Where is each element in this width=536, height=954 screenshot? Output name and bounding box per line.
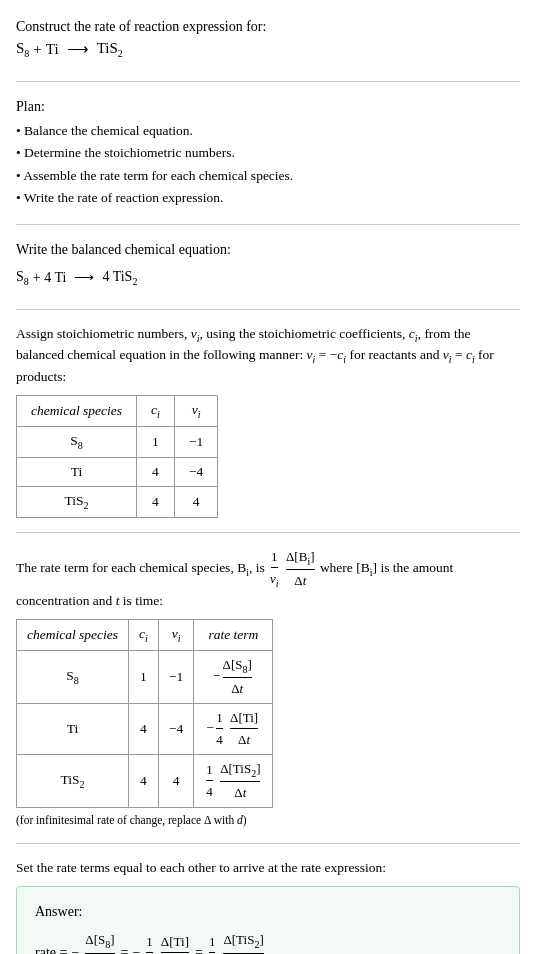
rate-eq-sign2: = <box>195 942 203 954</box>
rt-rate-tis2: 1 4 Δ[TiS2] Δt <box>194 754 273 807</box>
product1-sub: 2 <box>118 48 123 59</box>
frac-tis2-den: Δt <box>234 782 246 803</box>
rate-minus1: − <box>71 942 79 954</box>
rt-species-ti: Ti <box>17 703 129 754</box>
bal-arrow: ⟶ <box>74 267 94 288</box>
balanced-equation: S8 + 4 Ti ⟶ 4 TiS2 <box>16 266 520 289</box>
rate-term-section: The rate term for each chemical species,… <box>16 547 520 844</box>
frac-rate-ti: Δ[Ti] Δt <box>161 932 189 955</box>
bal-product-sub: 2 <box>132 276 137 287</box>
bal-reactant1: S8 <box>16 266 29 289</box>
rate-expression-section: Set the rate terms equal to each other t… <box>16 858 520 954</box>
reactant2: Ti <box>46 38 59 61</box>
fraction-2: Δ[Bi] Δt <box>286 547 315 591</box>
fraction-1: 1 νi <box>270 547 279 591</box>
frac-ti-den: Δt <box>238 729 250 750</box>
product1: TiS2 <box>97 37 123 61</box>
plan-label: Plan: <box>16 96 520 117</box>
frac-rate-tis2: Δ[TiS2] Δt <box>223 930 263 954</box>
rate-term-table: chemical species ci νi rate term S8 1 −1… <box>16 619 273 808</box>
rate-term-intro: The rate term for each chemical species,… <box>16 547 520 611</box>
set-equal-text: Set the rate terms equal to each other t… <box>16 858 520 878</box>
stoich-col-ci: ci <box>137 396 175 427</box>
species-tis2: TiS2 <box>17 487 137 518</box>
frac-tis2-coeff-num: 1 <box>206 760 213 782</box>
rt-col-ci: ci <box>129 620 159 651</box>
species-ti: Ti <box>17 457 137 486</box>
frac-s8-num: Δ[S8] <box>223 655 252 679</box>
infinitesimal-note: (for infinitesimal rate of change, repla… <box>16 812 520 829</box>
frac-tis2: Δ[TiS2] Δt <box>220 759 260 803</box>
plan-item-4: • Write the rate of reaction expression. <box>16 188 520 208</box>
fraction-num: 1 <box>271 547 278 569</box>
frac-rate-tis2-coeff: 1 4 <box>209 932 216 955</box>
stoich-col-vi: νi <box>174 396 217 427</box>
vi-tis2: 4 <box>174 487 217 518</box>
frac-rate-tis2-num: Δ[TiS2] <box>223 930 263 954</box>
arrow: ⟶ <box>67 38 89 61</box>
stoich-intro: Assign stoichiometric numbers, νi, using… <box>16 324 520 388</box>
frac-ti-coeff: 1 4 <box>216 708 223 750</box>
balanced-label: Write the balanced chemical equation: <box>16 239 520 260</box>
plan-item-3: • Assemble the rate term for each chemic… <box>16 166 520 186</box>
stoich-col-species: chemical species <box>17 396 137 427</box>
rt-col-species: chemical species <box>17 620 129 651</box>
frac-tis2-coeff: 1 4 <box>206 760 213 802</box>
frac-rate-ti-coeff-num: 1 <box>146 932 153 954</box>
delta-b: Δ[Bi] <box>286 547 315 571</box>
plan-items: • Balance the chemical equation. • Deter… <box>16 121 520 208</box>
ci-s8: 1 <box>137 427 175 458</box>
answer-box: Answer: rate = − Δ[S8] Δt = − 1 4 Δ[Ti] … <box>16 886 520 954</box>
table-row: TiS2 4 4 1 4 Δ[TiS2] Δt <box>17 754 273 807</box>
reaction-display: S8 + Ti ⟶ TiS2 <box>16 37 520 61</box>
table-row: Ti 4 −4 − 1 4 Δ[Ti] Δt <box>17 703 273 754</box>
species-s8: S8 <box>17 427 137 458</box>
vi-ti: −4 <box>174 457 217 486</box>
frac-s8: Δ[S8] Δt <box>223 655 252 699</box>
fraction-den: νi <box>270 568 279 591</box>
balanced-section: Write the balanced chemical equation: S8… <box>16 239 520 310</box>
frac-tis2-num: Δ[TiS2] <box>220 759 260 783</box>
frac-rate-ti-num: Δ[Ti] <box>161 932 189 954</box>
rt-ci-ti: 4 <box>129 703 159 754</box>
table-row: S8 1 −1 − Δ[S8] Δt <box>17 650 273 703</box>
rt-species-tis2: TiS2 <box>17 754 129 807</box>
bal-product: 4 TiS2 <box>102 266 137 289</box>
frac-coeff-den: 4 <box>216 729 223 750</box>
rate-word: rate = <box>35 942 67 954</box>
reactant1-sub: 8 <box>24 48 29 59</box>
stoich-section: Assign stoichiometric numbers, νi, using… <box>16 324 520 533</box>
ci-ti: 4 <box>137 457 175 486</box>
frac-ti-num: Δ[Ti] <box>230 708 258 730</box>
plan-item-1: • Balance the chemical equation. <box>16 121 520 141</box>
reactant1: S8 <box>16 37 29 61</box>
frac-rate-tis2-coeff-num: 1 <box>209 932 216 954</box>
rate-equation: rate = − Δ[S8] Δt = − 1 4 Δ[Ti] Δt = 1 4 <box>35 930 501 954</box>
frac-coeff-num: 1 <box>216 708 223 730</box>
rt-species-s8: S8 <box>17 650 129 703</box>
plus-sign: + <box>33 38 41 61</box>
stoich-table: chemical species ci νi S8 1 −1 Ti 4 −4 T… <box>16 395 218 517</box>
rt-vi-tis2: 4 <box>158 754 193 807</box>
rate-minus2: − <box>132 942 140 954</box>
ci-tis2: 4 <box>137 487 175 518</box>
plan-item-2: • Determine the stoichiometric numbers. <box>16 143 520 163</box>
bal-reactant1-sub: 8 <box>24 276 29 287</box>
rate-eq-sign1: = <box>121 942 129 954</box>
delta-t: Δt <box>294 570 306 591</box>
rate-term-formula: 1 νi Δ[Bi] Δt <box>268 560 320 575</box>
table-row: TiS2 4 4 <box>17 487 218 518</box>
table-row: Ti 4 −4 <box>17 457 218 486</box>
rt-rate-ti: − 1 4 Δ[Ti] Δt <box>194 703 273 754</box>
vi-s8: −1 <box>174 427 217 458</box>
frac-rate-ti-coeff: 1 4 <box>146 932 153 955</box>
frac-ti: Δ[Ti] Δt <box>230 708 258 750</box>
frac-rate-s8: Δ[S8] Δt <box>85 930 114 954</box>
rt-vi-ti: −4 <box>158 703 193 754</box>
frac-rate-s8-num: Δ[S8] <box>85 930 114 954</box>
rt-rate-s8: − Δ[S8] Δt <box>194 650 273 703</box>
rt-col-rate: rate term <box>194 620 273 651</box>
table-row: S8 1 −1 <box>17 427 218 458</box>
intro-section: Construct the rate of reaction expressio… <box>16 16 520 82</box>
frac-tis2-coeff-den: 4 <box>206 781 213 802</box>
